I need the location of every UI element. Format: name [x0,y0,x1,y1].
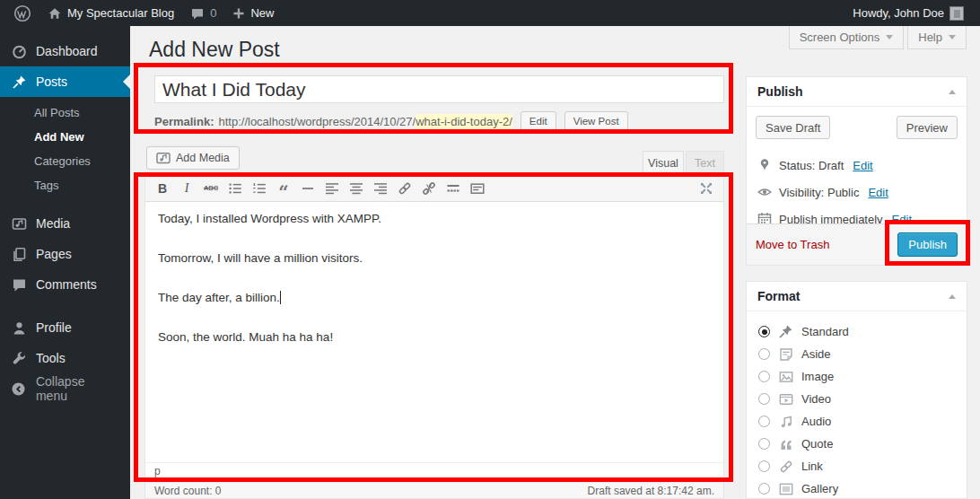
screen-options-button[interactable]: Screen Options [789,26,905,49]
permalink-edit-button[interactable]: Edit [521,111,556,132]
more-tag-button[interactable] [442,178,465,199]
pushpin-icon [778,324,793,339]
publish-panel-header[interactable]: Publish [747,77,967,107]
radio-button[interactable] [758,483,770,495]
comments-count: 0 [210,6,216,20]
comments-icon [11,277,27,293]
tab-visual[interactable]: Visual [643,151,684,175]
radio-button[interactable] [758,326,770,337]
permalink-label: Permalink: [154,115,214,128]
sidebar-item-media[interactable]: Media [0,208,130,239]
wrench-icon [11,351,27,366]
strikethrough-button[interactable]: ABC [199,178,223,199]
avatar [949,6,964,21]
admin-bar: My Spectacular Blog 0 New Howdy, John Do… [0,0,980,26]
visibility-edit-link[interactable]: Edit [868,186,888,199]
new-content-menu[interactable]: New [227,0,279,26]
post-title-input[interactable] [154,75,724,103]
format-label: Image [801,370,834,383]
format-option-aside[interactable]: Aside [758,343,967,365]
pages-icon [11,247,27,262]
format-option-gallery[interactable]: Gallery [758,477,967,499]
sidebar-item-add-new[interactable]: Add New [0,125,130,149]
publish-button[interactable]: Publish [897,232,958,257]
wordpress-logo-icon[interactable] [8,0,37,26]
publish-panel-title: Publish [757,84,803,99]
add-media-label: Add Media [176,152,230,164]
collapse-toggle-icon[interactable] [949,294,956,299]
sidebar-label: Pages [36,247,72,261]
format-option-audio[interactable]: Audio [758,410,967,433]
media-icon [11,216,27,232]
sidebar-item-profile[interactable]: Profile [0,312,130,343]
status-text: Status: Draft [779,159,844,172]
bulleted-list-button[interactable] [223,178,247,199]
sidebar-item-collapse-menu[interactable]: Collapse menu [0,373,130,404]
editor-paragraph: Today, I installed Wordpress with XAMPP. [158,212,711,225]
link-chain-icon [398,181,412,196]
format-option-video[interactable]: Video [758,388,967,410]
move-to-trash-link[interactable]: Move to Trash [756,238,829,251]
bold-button[interactable]: B [151,178,174,199]
fullscreen-button[interactable] [695,178,718,199]
sidebar-item-tags[interactable]: Tags [0,173,130,197]
italic-button[interactable]: I [175,178,198,199]
sidebar-item-dashboard[interactable]: Dashboard [0,36,130,66]
radio-button[interactable] [758,348,770,360]
add-media-button[interactable]: Add Media [146,146,240,170]
sidebar-item-all-posts[interactable]: All Posts [0,101,130,125]
align-left-button[interactable] [320,178,344,199]
align-right-button[interactable] [369,178,392,199]
comments-bubble[interactable]: 0 [185,0,222,26]
remove-link-button[interactable] [417,178,441,199]
radio-button[interactable] [758,460,770,472]
sidebar-separator [0,300,130,312]
publish-meta: Status: Draft Edit Visibility: Public Ed… [747,148,967,232]
new-label: New [250,6,274,20]
format-option-quote[interactable]: Quote [758,433,967,455]
aside-icon [778,347,793,362]
sidebar-item-posts[interactable]: Posts [0,66,130,97]
pushpin-icon [11,74,27,90]
admin-sidebar: Dashboard Posts All Posts Add New Catego… [0,26,130,499]
blockquote-button[interactable]: “ [272,178,295,199]
image-icon [778,370,793,384]
save-draft-button[interactable]: Save Draft [756,116,830,139]
numbered-list-button[interactable] [248,178,271,199]
collapse-toggle-icon[interactable] [949,90,956,94]
numbered-list-icon [252,181,267,196]
sidebar-item-pages[interactable]: Pages [0,239,130,269]
insert-link-button[interactable] [393,178,416,199]
tab-text[interactable]: Text [686,151,724,175]
sidebar-item-tools[interactable]: Tools [0,343,130,373]
sidebar-item-categories[interactable]: Categories [0,149,130,173]
toolbar-toggle-button[interactable] [466,178,489,199]
status-edit-link[interactable]: Edit [853,159,872,172]
preview-button[interactable]: Preview [897,116,958,139]
format-option-standard[interactable]: Standard [758,320,967,343]
site-link[interactable]: My Spectacular Blog [42,0,179,26]
align-center-button[interactable] [345,178,368,199]
editor-toolbar: B I ABC “ [145,175,723,202]
format-option-image[interactable]: Image [758,365,967,388]
howdy-account-menu[interactable]: Howdy, John Doe [847,0,969,26]
radio-button[interactable] [758,393,770,405]
permalink-base-url: http://localhost/wordpress/2014/10/27/wh… [218,115,512,128]
view-post-button[interactable]: View Post [564,111,628,132]
radio-button[interactable] [758,416,770,427]
sidebar-item-comments[interactable]: Comments [0,269,130,300]
horizontal-rule-button[interactable] [296,178,319,199]
text-cursor [280,291,281,304]
format-option-link[interactable]: Link [758,455,967,477]
comment-bubble-icon [190,6,205,21]
align-left-icon [325,181,339,196]
align-right-icon [373,181,388,196]
radio-button[interactable] [758,371,770,382]
help-button[interactable]: Help [907,26,967,49]
radio-button[interactable] [758,438,770,450]
posts-submenu: All Posts Add New Categories Tags [0,97,130,208]
wordpress-logo-icon [13,4,31,22]
more-tag-icon [446,181,460,196]
editor-content[interactable]: Today, I installed Wordpress with XAMPP.… [145,202,723,462]
format-panel-header[interactable]: Format [747,282,967,311]
